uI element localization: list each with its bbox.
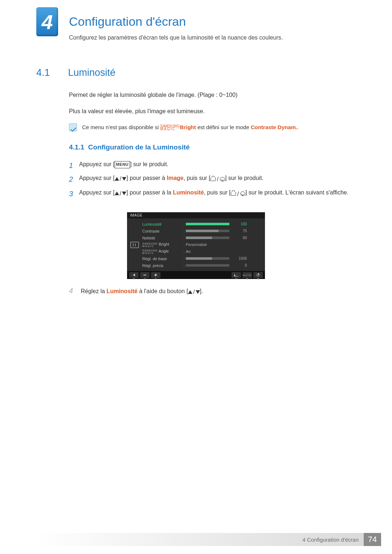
page-footer: 4 Configuration d'écran 74 [36, 533, 381, 546]
osd-panel: IMAGE Luminosité : 100 Contraste : 75 Ne… [127, 212, 265, 279]
subsection-number: 4.1.1 [69, 143, 84, 151]
chapter-title: Configuration d'écran [69, 15, 186, 29]
steps-list: 1 Appuyez sur [MENU] sur le produit. 2 A… [69, 160, 359, 203]
chapter-number-badge: 4 [36, 7, 58, 36]
subsection-heading: 4.1.1 Configuration de la Luminosité [69, 143, 190, 151]
osd-footer-back-icon [129, 272, 139, 278]
up-down-icon: / [188, 289, 200, 295]
note-text: Ce menu n'est pas disponible si SAMSUNGM… [82, 124, 299, 131]
chapter-description: Configurez les paramètres d'écran tels q… [69, 34, 283, 41]
subsection-title: Configuration de la Luminosité [88, 143, 190, 151]
osd-side-icon [127, 218, 142, 271]
osd-row-regl-base: Régl. de base : 1936 [142, 255, 262, 262]
osd-footer-minus-icon [140, 272, 150, 278]
osd-row-magic-bright: SAMSUNGMAGIC Bright : Personnalisé [142, 241, 262, 248]
osd-row-magic-angle: SAMSUNGMAGIC Angle : Arr. [142, 248, 262, 255]
osd-row-contraste: Contraste : 75 [142, 227, 262, 234]
osd-row-regl-precis: Régl. précis : 0 [142, 262, 262, 269]
osd-footer-plus-icon [151, 272, 160, 278]
up-down-icon: / [115, 174, 126, 184]
select-enter-icon: / [231, 189, 245, 199]
footer-chapter-label: 4 Configuration d'écran [36, 533, 364, 546]
note-icon [69, 123, 77, 131]
osd-row-nettete: Netteté : 60 [142, 234, 262, 241]
menu-key-icon: MENU [115, 161, 130, 168]
select-enter-icon: / [211, 175, 225, 184]
footer-page-number: 74 [364, 533, 381, 546]
section-paragraph-1: Permet de régler la luminosité globale d… [69, 91, 359, 99]
osd-footer-auto-icon: AUTO [242, 272, 252, 278]
section-title: Luminosité [68, 67, 116, 78]
osd-footer: AUTO [127, 271, 265, 279]
note: Ce menu n'est pas disponible si SAMSUNGM… [69, 123, 356, 131]
osd-row-luminosite: Luminosité : 100 [142, 221, 262, 227]
osd-title: IMAGE [127, 212, 265, 218]
step-3: 3 Appuyez sur [/] pour passer à la Lumin… [69, 188, 359, 198]
section-heading: 4.1 Luminosité [36, 67, 115, 78]
section-paragraph-2: Plus la valeur est élevée, plus l'image … [69, 107, 359, 116]
samsung-magic-label: SAMSUNGMAGIC [160, 125, 180, 131]
section-number: 4.1 [36, 67, 65, 78]
step-4: 4 Réglez la Luminosité à l'aide du bouto… [69, 287, 359, 295]
step-1: 1 Appuyez sur [MENU] sur le produit. [69, 160, 359, 169]
step-2: 2 Appuyez sur [/] pour passer à Image, p… [69, 173, 359, 184]
osd-footer-power-icon [253, 272, 263, 278]
osd-footer-enter-icon [232, 272, 241, 278]
up-down-icon: / [115, 189, 126, 198]
